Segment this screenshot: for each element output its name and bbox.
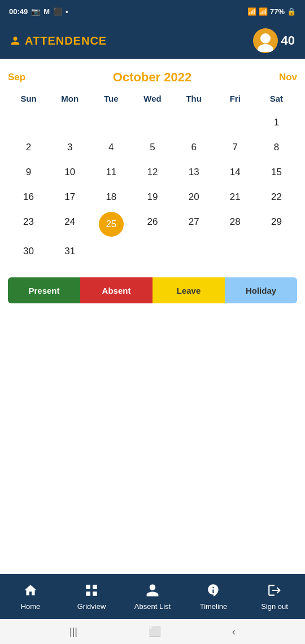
- calendar-day[interactable]: 13: [173, 160, 215, 185]
- day-header-wed: Wed: [132, 89, 173, 108]
- calendar-day: [215, 110, 256, 135]
- calendar-day[interactable]: 18: [90, 185, 132, 210]
- legend-holiday: Holiday: [225, 277, 297, 303]
- svg-point-1: [258, 44, 273, 52]
- day-header-mon: Mon: [49, 89, 90, 108]
- legend: Present Absent Leave Holiday: [8, 277, 297, 303]
- home-icon: [23, 583, 38, 600]
- signal-icon: 📶: [259, 7, 268, 16]
- calendar-day[interactable]: 16: [8, 185, 49, 210]
- nav-gridview[interactable]: Gridview: [61, 578, 122, 615]
- avatar: [253, 28, 278, 53]
- nav-timeline-label: Timeline: [200, 602, 228, 611]
- month-nav: Sep October 2022 Nov: [8, 64, 297, 89]
- calendar-day[interactable]: 25: [99, 212, 124, 237]
- dot-icon: •: [66, 7, 68, 16]
- camera-icon: 📷: [31, 7, 40, 16]
- day-header-sat: Sat: [256, 89, 297, 108]
- grid-icon: [84, 583, 99, 600]
- system-recent[interactable]: |||: [69, 626, 77, 638]
- calendar-day[interactable]: 24: [49, 210, 90, 239]
- nav-signout-label: Sign out: [261, 602, 288, 611]
- nav-gridview-label: Gridview: [77, 602, 106, 611]
- current-month: October 2022: [113, 70, 191, 85]
- calendar-day[interactable]: 27: [173, 210, 215, 239]
- calendar-day[interactable]: 15: [256, 160, 297, 185]
- nav-timeline[interactable]: Timeline: [183, 578, 244, 615]
- calendar-container: Sep October 2022 Nov Sun Mon Tue Wed Thu…: [0, 59, 305, 574]
- calendar-day[interactable]: 3: [49, 135, 90, 160]
- app-header: ATTENDENCE 40: [0, 23, 305, 59]
- nav-absent-list-label: Absent List: [134, 602, 171, 611]
- calendar-day[interactable]: 5: [132, 135, 173, 160]
- timeline-icon: [206, 583, 221, 600]
- calendar-day[interactable]: 17: [49, 185, 90, 210]
- calendar-day[interactable]: 23: [8, 210, 49, 239]
- battery-text: 77%: [270, 7, 285, 16]
- calendar-day[interactable]: 6: [173, 135, 215, 160]
- calendar-day: [173, 110, 215, 135]
- calendar-day: [215, 239, 256, 264]
- calendar-day[interactable]: 22: [256, 185, 297, 210]
- calendar-day[interactable]: 14: [215, 160, 256, 185]
- record-icon: ⬛: [53, 7, 62, 16]
- app-title-section: ATTENDENCE: [10, 34, 107, 47]
- system-back[interactable]: ‹: [232, 626, 236, 638]
- avatar-section: 40: [253, 28, 295, 53]
- calendar-day[interactable]: 7: [215, 135, 256, 160]
- calendar-day: [132, 110, 173, 135]
- status-time: 00:49: [9, 7, 28, 16]
- calendar-day: [49, 110, 90, 135]
- day-headers: Sun Mon Tue Wed Thu Fri Sat: [8, 89, 297, 108]
- signout-icon: [267, 583, 282, 600]
- calendar-day[interactable]: 26: [132, 210, 173, 239]
- person-icon: [10, 36, 20, 46]
- status-right: 📶 📶 77% 🔒: [247, 7, 296, 16]
- status-left: 00:49 📷 M ⬛ •: [9, 7, 68, 16]
- mail-icon: M: [43, 7, 50, 16]
- calendar-day[interactable]: 2: [8, 135, 49, 160]
- legend-leave: Leave: [152, 277, 225, 303]
- calendar-day: [173, 239, 215, 264]
- calendar-day[interactable]: 19: [132, 185, 173, 210]
- calendar-day[interactable]: 10: [49, 160, 90, 185]
- calendar-day[interactable]: 11: [90, 160, 132, 185]
- app-title: ATTENDENCE: [25, 34, 107, 47]
- system-home[interactable]: ⬜: [149, 625, 161, 638]
- calendar-day: [8, 110, 49, 135]
- calendar-day[interactable]: 8: [256, 135, 297, 160]
- calendar-day[interactable]: 31: [49, 239, 90, 264]
- system-bar: ||| ⬜ ‹: [0, 619, 305, 644]
- day-header-sun: Sun: [8, 89, 49, 108]
- calendar-day[interactable]: 20: [173, 185, 215, 210]
- nav-signout[interactable]: Sign out: [244, 578, 305, 615]
- status-bar: 00:49 📷 M ⬛ • 📶 📶 77% 🔒: [0, 0, 305, 23]
- calendar-day[interactable]: 12: [132, 160, 173, 185]
- calendar-day[interactable]: 29: [256, 210, 297, 239]
- day-header-tue: Tue: [90, 89, 132, 108]
- next-month[interactable]: Nov: [279, 72, 297, 83]
- calendar-day[interactable]: 4: [90, 135, 132, 160]
- legend-absent: Absent: [80, 277, 152, 303]
- battery-icon: 🔒: [287, 7, 296, 16]
- day-header-thu: Thu: [173, 89, 215, 108]
- svg-point-0: [260, 33, 271, 43]
- calendar-day: [90, 110, 132, 135]
- avatar-svg: [254, 29, 277, 52]
- calendar-day: [90, 239, 132, 264]
- calendar-grid: 1234567891011121314151617181920212223242…: [8, 110, 297, 264]
- calendar-day: [132, 239, 173, 264]
- calendar-day[interactable]: 9: [8, 160, 49, 185]
- calendar-day[interactable]: 28: [215, 210, 256, 239]
- prev-month[interactable]: Sep: [8, 72, 25, 83]
- nav-home[interactable]: Home: [0, 578, 61, 615]
- calendar-day[interactable]: 21: [215, 185, 256, 210]
- nav-absent-list[interactable]: Absent List: [122, 578, 183, 615]
- avatar-badge: 40: [281, 33, 295, 48]
- wifi-icon: 📶: [247, 7, 256, 16]
- calendar-day[interactable]: 30: [8, 239, 49, 264]
- nav-home-label: Home: [21, 602, 41, 611]
- calendar-day[interactable]: 1: [256, 110, 297, 135]
- calendar-day: [256, 239, 297, 264]
- bottom-nav: Home Gridview Absent List Timeline Sign …: [0, 574, 305, 619]
